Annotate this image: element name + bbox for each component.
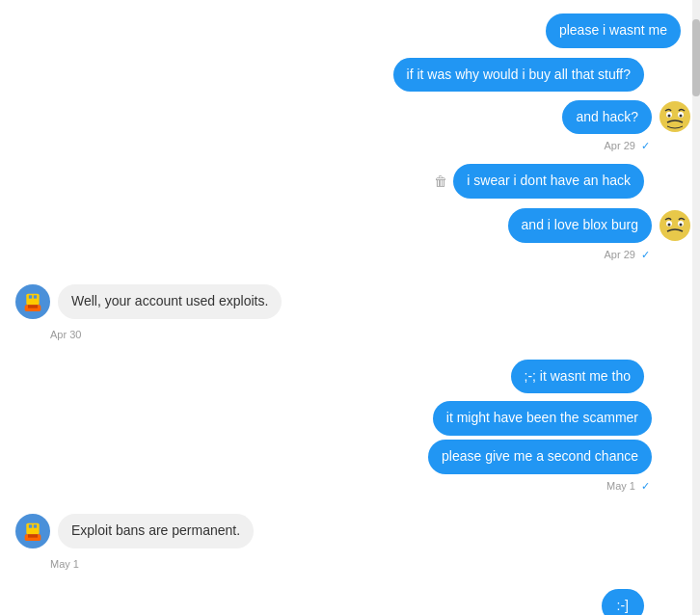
message-row-8: it might have been the scammer please gi… bbox=[0, 399, 700, 473]
svg-point-3 bbox=[668, 115, 671, 118]
svg-point-5 bbox=[660, 210, 690, 241]
message-row-7: ;-; it wasnt me tho bbox=[0, 358, 700, 396]
bubble: please i wasnt me bbox=[546, 13, 681, 48]
svg-rect-19 bbox=[34, 524, 37, 527]
bubble: and i love blox burg bbox=[508, 208, 652, 243]
bubble: :-] bbox=[602, 589, 644, 615]
left-avatar bbox=[15, 284, 50, 319]
svg-rect-15 bbox=[28, 305, 38, 308]
timestamp-apr29-1: Apr 29 ✓ bbox=[0, 140, 700, 152]
svg-point-9 bbox=[680, 223, 683, 226]
svg-rect-12 bbox=[29, 295, 32, 298]
message-row-2: if it was why would i buy all that stuff… bbox=[0, 56, 700, 94]
message-row-10: :-] bbox=[0, 587, 700, 615]
troll-avatar bbox=[658, 208, 692, 243]
message-row-4: 🗑 i swear i dont have an hack bbox=[0, 160, 700, 202]
bubble: and hack? bbox=[562, 100, 652, 135]
timestamp-apr29-2: Apr 29 ✓ bbox=[0, 249, 700, 261]
message-row-9: Exploit bans are permanent. bbox=[0, 510, 700, 552]
chat-container: please i wasnt me if it was why would i … bbox=[0, 0, 700, 615]
svg-point-8 bbox=[668, 223, 671, 226]
svg-point-4 bbox=[680, 115, 683, 118]
message-row-3: and hack? bbox=[0, 97, 700, 134]
check-icon: ✓ bbox=[638, 140, 650, 151]
message-row-5: and i love blox burg bbox=[0, 206, 700, 243]
left-avatar bbox=[15, 514, 50, 548]
svg-rect-11 bbox=[26, 293, 39, 305]
troll-avatar bbox=[658, 99, 692, 134]
bubble: i swear i dont have an hack bbox=[453, 164, 644, 199]
timestamp-may1: May 1 ✓ bbox=[0, 480, 700, 493]
check-icon: ✓ bbox=[638, 480, 650, 492]
svg-rect-18 bbox=[29, 524, 32, 527]
scrollbar[interactable] bbox=[692, 0, 700, 615]
svg-rect-17 bbox=[26, 522, 39, 534]
check-icon: ✓ bbox=[638, 249, 650, 260]
scrollbar-thumb[interactable] bbox=[692, 19, 700, 96]
svg-rect-13 bbox=[34, 295, 37, 298]
delete-icon: 🗑 bbox=[434, 174, 447, 189]
svg-rect-21 bbox=[28, 534, 38, 537]
bubble: Well, your account used exploits. bbox=[58, 284, 282, 319]
bubble: please give me a second chance bbox=[428, 440, 652, 474]
message-row-1: please i wasnt me bbox=[0, 10, 700, 52]
bubble: Exploit bans are permanent. bbox=[58, 514, 254, 548]
timestamp-apr30: Apr 30 bbox=[0, 329, 700, 340]
bubble: it might have been the scammer bbox=[433, 401, 652, 436]
message-row-6: Well, your account used exploits. bbox=[0, 281, 700, 323]
bubble: if it was why would i buy all that stuff… bbox=[393, 58, 644, 93]
timestamp-may1-left: May 1 bbox=[0, 558, 700, 570]
bubble: ;-; it wasnt me tho bbox=[511, 360, 644, 394]
svg-point-0 bbox=[660, 101, 690, 132]
